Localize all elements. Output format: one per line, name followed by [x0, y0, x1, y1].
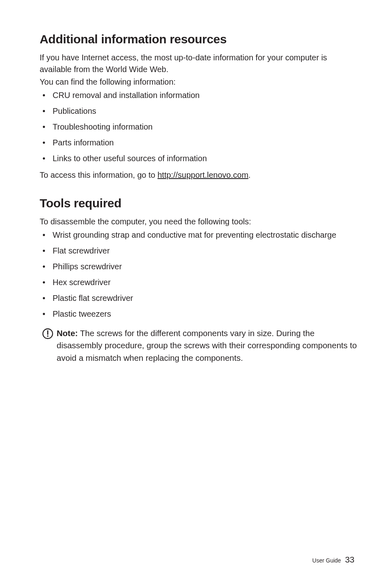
list-item: CRU removal and installation information	[40, 89, 357, 101]
footer-label: User Guide	[312, 557, 341, 564]
access-prefix: To access this information, go to	[40, 170, 157, 179]
tools-intro: To disassemble the computer, you need th…	[40, 216, 357, 228]
list-item: Hex screwdriver	[40, 277, 357, 288]
list-item: Parts information	[40, 137, 357, 149]
svg-point-2	[47, 335, 48, 337]
heading-tools-required: Tools required	[40, 196, 357, 210]
list-item: Troubleshooting information	[40, 121, 357, 133]
note-block: Note: The screws for the different compo…	[40, 327, 357, 364]
note-label: Note:	[57, 328, 78, 338]
list-item: Wrist grounding strap and conductive mat…	[40, 229, 357, 241]
list-item: Publications	[40, 105, 357, 117]
access-suffix: .	[248, 170, 251, 179]
access-line: To access this information, go to http:/…	[40, 169, 357, 181]
list-item: Plastic tweezers	[40, 308, 357, 320]
section-additional-info: Additional information resources If you …	[40, 32, 357, 181]
page-footer: User Guide 33	[312, 555, 354, 565]
document-page: Additional information resources If you …	[0, 0, 386, 388]
list-item: Phillips screwdriver	[40, 261, 357, 273]
tools-list: Wrist grounding strap and conductive mat…	[40, 229, 357, 320]
list-item: Links to other useful sources of informa…	[40, 153, 357, 164]
page-number: 33	[345, 555, 354, 565]
support-link[interactable]: http://support.lenovo.com	[157, 170, 248, 179]
section-tools-required: Tools required To disassemble the comput…	[40, 196, 357, 364]
list-item: Plastic flat screwdriver	[40, 292, 357, 304]
note-text: The screws for the different components …	[57, 328, 357, 362]
alert-icon	[42, 328, 53, 339]
heading-additional-info: Additional information resources	[40, 32, 357, 46]
list-item: Flat screwdriver	[40, 245, 357, 257]
intro-paragraph-2: You can find the following information:	[40, 76, 357, 88]
info-list: CRU removal and installation information…	[40, 89, 357, 164]
intro-paragraph-1: If you have Internet access, the most up…	[40, 52, 357, 75]
note-content: Note: The screws for the different compo…	[57, 327, 357, 364]
